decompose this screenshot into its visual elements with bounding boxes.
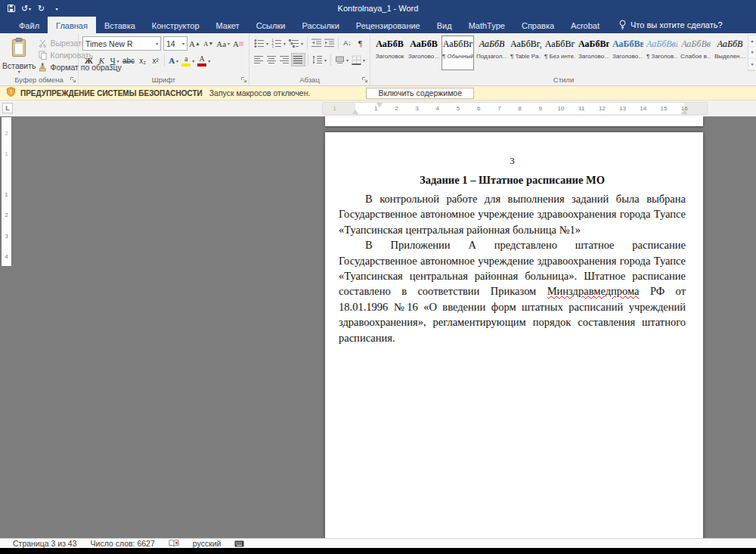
tab-mathtype[interactable]: MathType (460, 17, 513, 33)
ruler-row: L 112345678910111213141516 (0, 101, 756, 116)
strikethrough-button[interactable]: abc (121, 54, 136, 67)
line-spacing-button[interactable]: ▾ (311, 53, 328, 67)
style-subtitle[interactable]: АаБбВПодзагол… (476, 36, 508, 70)
tab-layout[interactable]: Макет (208, 17, 248, 33)
paragraph-group-label: Абзац (249, 74, 370, 85)
keyboard-icon[interactable] (228, 540, 251, 547)
styles-gallery: АаБбВЗаголовок АаБбВЗаголово… АаБбВг¶ Об… (373, 36, 746, 74)
styles-scroll-down-icon[interactable]: ▼ (748, 47, 756, 58)
ruler-left-margin (323, 103, 355, 114)
style-heading[interactable]: АаБбВЗаголово… (407, 36, 440, 70)
document-page[interactable]: 3 Задание 1 – Штатное расписание МО В ко… (325, 132, 703, 538)
paste-button[interactable]: Вставить ▾ (2, 36, 36, 74)
bullets-icon (254, 39, 265, 48)
tab-references[interactable]: Ссылки (248, 17, 294, 33)
qat-customize-icon[interactable]: ▾ (50, 2, 63, 15)
tab-review[interactable]: Рецензирование (348, 17, 429, 33)
previous-page-bottom (325, 116, 703, 126)
multilevel-list-button[interactable]: ▾ (287, 36, 305, 50)
word-window: ↺▾ ↻ ▾ Kontrolnaya_1 - Word Файл Главная… (0, 0, 756, 554)
clipboard-icon (10, 37, 28, 60)
borders-button[interactable]: ▾ (350, 53, 367, 67)
svg-text:!: ! (10, 88, 12, 95)
underline-button[interactable]: Ч▾ (108, 54, 121, 67)
horizontal-ruler[interactable]: 112345678910111213141516 (323, 103, 707, 114)
tab-design[interactable]: Конструктор (144, 17, 208, 33)
borders-icon (352, 55, 361, 65)
paint-bucket-icon (335, 55, 345, 64)
ribbon-tab-row: Файл Главная Вставка Конструктор Макет С… (0, 17, 756, 33)
redo-icon[interactable]: ↻ (35, 2, 48, 15)
style-heading-alt[interactable]: АаБбВгЗаголово… (578, 36, 610, 70)
decrease-indent-button[interactable] (310, 36, 323, 50)
chevron-down-icon: ▾ (182, 41, 184, 46)
align-right-button[interactable] (278, 53, 291, 67)
shading-button[interactable]: ▾ (333, 53, 350, 67)
font-group-label: Шрифт (79, 74, 249, 85)
undo-icon[interactable]: ↺▾ (20, 2, 33, 15)
style-table-paragraph[interactable]: АаБбВгД¶ Table Pa… (510, 36, 542, 70)
eraser-icon (239, 42, 243, 46)
status-page-number[interactable]: Страница 3 из 43 (6, 539, 84, 548)
status-language[interactable]: русский (186, 539, 228, 548)
paragraph: В Приложении А представлено штатное расп… (339, 237, 686, 345)
justify-button[interactable] (291, 53, 305, 67)
shrink-font-button[interactable]: А▼ (202, 37, 215, 51)
italic-button[interactable]: К (95, 54, 108, 67)
style-normal[interactable]: АаБбВг¶ Обычный (442, 36, 474, 70)
increase-indent-button[interactable] (323, 36, 336, 50)
style-title[interactable]: АаБбВЗаголовок (373, 36, 406, 70)
style-emphasis[interactable]: АаБбВВыделен… (714, 36, 746, 70)
tab-mailings[interactable]: Рассылки (293, 17, 347, 33)
dialog-launcher-icon[interactable] (361, 76, 368, 83)
tab-file[interactable]: Файл (11, 17, 48, 33)
show-marks-button[interactable]: ¶ (354, 36, 367, 50)
style-heading-2[interactable]: АаБбВвГ¶ Заголов… (646, 36, 678, 70)
tab-home[interactable]: Главная (48, 17, 96, 33)
title-bar: ↺▾ ↻ ▾ Kontrolnaya_1 - Word (0, 0, 756, 17)
tab-selector[interactable]: L (2, 103, 13, 113)
proofing-errors-icon[interactable] (162, 540, 186, 547)
change-case-button[interactable]: Аа▾ (215, 37, 231, 51)
chevron-down-icon: ▾ (156, 41, 158, 46)
styles-scroll-up-icon[interactable]: ▲ (748, 36, 756, 47)
grow-font-button[interactable]: А▲ (187, 37, 202, 51)
styles-more-icon[interactable]: ▼ (748, 59, 756, 70)
security-warning-bar: ! ПРЕДУПРЕЖДЕНИЕ СИСТЕМЫ БЕЗОПАСНОСТИ За… (0, 86, 756, 101)
subscript-button[interactable]: x₂ (136, 54, 149, 67)
style-heading-1[interactable]: АаБбВвЗаголово… (612, 36, 644, 70)
tell-me-box[interactable]: Что вы хотите сделать? (611, 17, 730, 33)
divider (330, 54, 331, 66)
font-size-select[interactable]: 14▾ (163, 36, 187, 51)
save-icon[interactable] (5, 2, 17, 15)
text-effects-button[interactable]: А▾ (167, 54, 180, 67)
style-subtle-emphasis[interactable]: АаБбВвСлабое в… (680, 36, 712, 70)
tab-insert[interactable]: Вставка (96, 17, 144, 33)
bullets-button[interactable]: ▾ (253, 36, 270, 50)
svg-text:3: 3 (272, 45, 274, 48)
status-word-count[interactable]: Число слов: 6627 (84, 539, 162, 548)
style-no-spacing[interactable]: АаБбВг¶ Без инте… (544, 36, 576, 70)
superscript-button[interactable]: x² (149, 54, 162, 67)
security-warning-message: Запуск макросов отключен. (209, 88, 311, 97)
bold-button[interactable]: Ж (82, 54, 95, 67)
align-left-button[interactable] (253, 53, 265, 67)
clear-formatting-button[interactable]: А (231, 37, 245, 51)
vertical-ruler[interactable]: 21123456 (2, 117, 11, 266)
sort-button[interactable]: А↓ (341, 36, 354, 50)
tab-view[interactable]: Вид (429, 17, 460, 33)
tab-acrobat[interactable]: Acrobat (562, 17, 608, 33)
dialog-launcher-icon[interactable] (240, 76, 247, 83)
align-center-icon (267, 55, 277, 64)
enable-content-button[interactable]: Включить содержимое (366, 88, 474, 99)
font-name-select[interactable]: Times New R▾ (82, 36, 161, 51)
numbering-button[interactable]: 123 ▾ (270, 36, 287, 50)
indent-icon (324, 39, 334, 48)
tab-help[interactable]: Справка (513, 17, 562, 33)
highlight-color-button[interactable]: а ▾ (180, 54, 196, 67)
align-center-button[interactable] (265, 53, 278, 67)
font-color-button[interactable]: А ▾ (196, 54, 212, 67)
document-area: 21123456 3 Задание 1 – Штатное расписани… (0, 116, 756, 538)
dialog-launcher-icon[interactable] (70, 76, 76, 83)
left-indent-marker[interactable] (352, 110, 358, 114)
